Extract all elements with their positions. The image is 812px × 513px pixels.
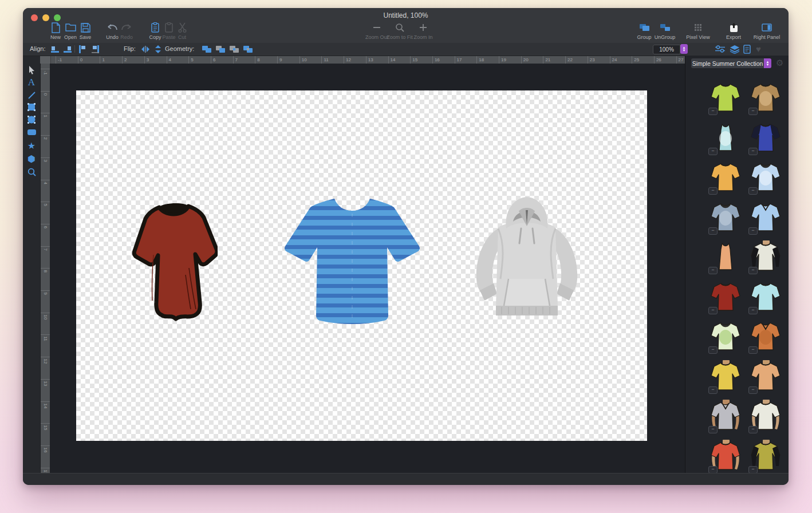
thumbnail-silver-vneck-top[interactable]: − — [709, 399, 746, 432]
app-window: Untitled, 100% New Open Save — [23, 8, 789, 485]
pixel-view-button[interactable]: Pixel View — [681, 22, 715, 40]
canvas[interactable] — [50, 64, 685, 473]
circle-tool[interactable] — [23, 114, 40, 125]
thumbnail-aqua-tank-top[interactable]: − — [709, 121, 746, 154]
layers-icon[interactable] — [730, 45, 740, 53]
cut-button[interactable]: Cut — [165, 22, 199, 40]
remove-thumbnail-button[interactable]: − — [748, 386, 758, 394]
remove-thumbnail-button[interactable]: − — [708, 346, 718, 354]
thumbnail-yellow-tee[interactable]: − — [709, 360, 746, 393]
geometry-intersect-icon[interactable] — [229, 45, 239, 53]
thumbnail-peach-tee[interactable]: − — [750, 360, 786, 393]
align-label: Align: — [30, 45, 46, 52]
thumbnail-offwhite-tee-model[interactable]: − — [750, 399, 786, 432]
polygon-tool[interactable]: ⬢ — [23, 153, 40, 164]
flip-horizontal-icon[interactable] — [141, 45, 150, 53]
artboard-transparency-checker[interactable] — [76, 90, 647, 441]
favorites-heart-icon[interactable]: ♥ — [756, 45, 761, 53]
remove-thumbnail-button[interactable]: − — [748, 148, 758, 155]
zoom-magnifier-icon — [395, 22, 404, 33]
ruler-tick-h: 22 — [565, 56, 566, 64]
thumbnail-steel-blue-tee[interactable]: − — [709, 200, 746, 234]
export-button[interactable]: Export — [716, 22, 751, 40]
zoom-out-minus-icon — [372, 22, 381, 33]
ruler-tick-v: 7 — [40, 246, 50, 247]
thumbnail-light-blue-vneck-tee[interactable]: − — [750, 200, 786, 234]
ruler-tick-v: 8 — [40, 268, 50, 269]
geometry-exclude-icon[interactable] — [243, 45, 253, 53]
remove-thumbnail-button[interactable]: − — [708, 466, 718, 473]
gray-hoodie[interactable] — [471, 193, 583, 326]
remove-thumbnail-button[interactable]: − — [708, 108, 718, 115]
zoom-stepper[interactable]: ▲▼ — [680, 44, 688, 54]
adjustments-sliders-icon[interactable] — [715, 45, 726, 53]
align-right-icon[interactable] — [91, 45, 100, 53]
zoom-in-button[interactable]: Zoom In — [406, 22, 440, 40]
thumbnail-white-tee-black-sleeves[interactable]: − — [750, 240, 786, 273]
ruler-tick-v: 17 — [40, 468, 50, 468]
remove-thumbnail-button[interactable]: − — [708, 386, 718, 394]
remove-thumbnail-button[interactable]: − — [708, 426, 718, 433]
thumbnail-peach-camisole[interactable]: − — [709, 240, 746, 273]
format-divider — [74, 45, 75, 53]
thumbnail-tan-tee[interactable]: − — [750, 81, 786, 114]
ruler-tick-h: 11 — [321, 56, 322, 64]
ruler-tick-v: 15 — [40, 423, 50, 424]
thumbnail-orange-vneck-tee[interactable]: − — [750, 319, 786, 353]
remove-thumbnail-button[interactable]: − — [708, 187, 718, 195]
ruler-tick-v: 10 — [40, 313, 50, 313]
remove-thumbnail-button[interactable]: − — [748, 267, 758, 274]
thumbnail-olive-tee-black-sleeves[interactable]: − — [750, 439, 786, 472]
remove-thumbnail-button[interactable]: − — [708, 227, 718, 235]
geometry-subtract-icon[interactable] — [215, 45, 226, 53]
remove-thumbnail-button[interactable]: − — [748, 307, 758, 314]
geometry-union-icon[interactable] — [202, 45, 212, 53]
zoom-level-field[interactable]: 100% — [653, 45, 680, 54]
star-tool[interactable]: ★ — [23, 140, 40, 151]
line-tool[interactable] — [23, 89, 40, 101]
align-left-icon[interactable] — [78, 45, 87, 53]
rounded-rect-icon — [27, 129, 37, 136]
remove-thumbnail-button[interactable]: − — [708, 148, 718, 155]
thumbnail-red-orange-tee-model[interactable]: − — [709, 439, 746, 472]
ruler-tick-h: 17 — [455, 56, 455, 64]
export-icon — [730, 22, 738, 33]
document-list-icon[interactable] — [743, 45, 751, 53]
ruler-tick-h: 21 — [543, 56, 543, 64]
zoom-tool[interactable] — [23, 166, 40, 177]
remove-thumbnail-button[interactable]: − — [708, 307, 718, 314]
square-tool[interactable] — [23, 101, 40, 113]
right-panel-button[interactable]: Right Panel — [750, 22, 784, 40]
flip-vertical-icon[interactable] — [154, 45, 162, 53]
ungroup-button[interactable]: UnGroup — [648, 22, 682, 40]
thumbnail-amber-tee[interactable]: − — [709, 160, 746, 194]
pointer-tool[interactable] — [23, 64, 40, 76]
right-panel-icon — [762, 22, 772, 33]
ruler-tick-h: 0 — [78, 56, 78, 64]
ruler-tick-v: 14 — [40, 401, 50, 402]
blue-striped-tshirt[interactable] — [279, 191, 425, 328]
remove-thumbnail-button[interactable]: − — [748, 187, 758, 195]
remove-thumbnail-button[interactable]: − — [748, 108, 758, 115]
thumbnail-dark-red-tee[interactable]: − — [709, 280, 746, 313]
remove-thumbnail-button[interactable]: − — [708, 267, 718, 274]
thumbnail-lime-green-tee[interactable]: − — [709, 81, 746, 114]
thumbnail-pale-green-tee[interactable]: − — [709, 319, 746, 353]
remove-thumbnail-button[interactable]: − — [748, 227, 758, 235]
stepper-down-icon: ▼ — [683, 49, 686, 52]
text-tool[interactable]: A — [23, 77, 40, 88]
remove-thumbnail-button[interactable]: − — [748, 346, 758, 354]
ruler-tick-h: 9 — [277, 56, 278, 64]
remove-thumbnail-button[interactable]: − — [748, 426, 758, 433]
ruler-tick-v: 5 — [40, 202, 50, 202]
ruler-tick-h: 14 — [388, 56, 389, 64]
thumbnail-light-blue-scoop-tee[interactable]: − — [750, 160, 786, 194]
ruler-tick-v: 0 — [40, 91, 50, 92]
red-cartoon-tshirt[interactable] — [131, 200, 218, 323]
thumbnail-sketchy-cyan-tee[interactable]: − — [750, 280, 786, 313]
thumbnail-blue-raglan-tee[interactable]: − — [750, 121, 786, 154]
rounded-rect-tool[interactable] — [23, 127, 40, 138]
remove-thumbnail-button[interactable]: − — [748, 466, 758, 473]
align-bottom-right-icon[interactable] — [63, 45, 72, 53]
align-bottom-left-icon[interactable] — [50, 45, 60, 53]
